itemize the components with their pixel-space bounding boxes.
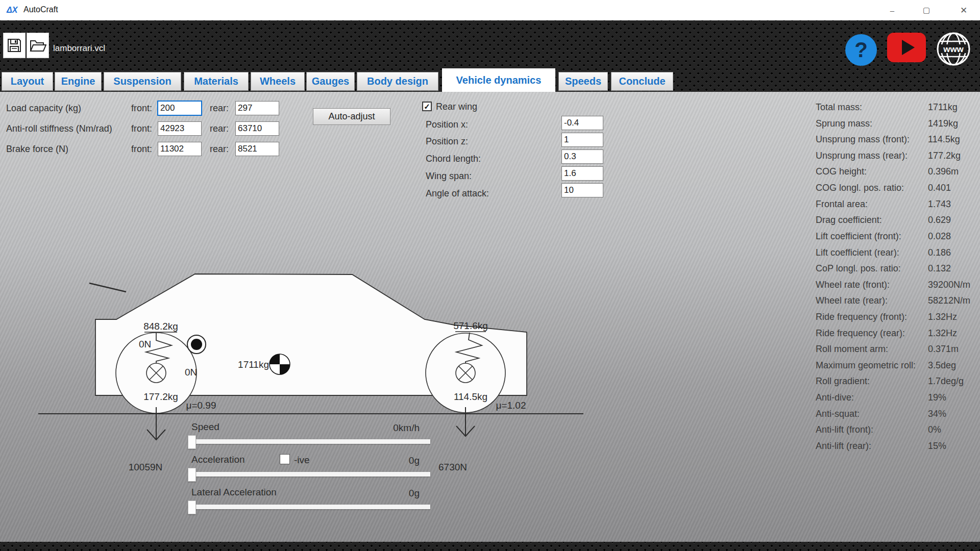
- stat-value: 1.7deg/g: [928, 376, 964, 387]
- front-sprung-mass-label: 571.6kg: [453, 320, 488, 331]
- stat-value: 1.32Hz: [928, 328, 957, 339]
- stat-label: Frontal area:: [816, 199, 868, 210]
- stat-value: 0.396m: [928, 166, 959, 177]
- stat-label: Lift coefficient (front):: [816, 231, 901, 242]
- stat-label: Anti-lift (rear):: [816, 441, 871, 452]
- stat-label: Lift coefficient (rear):: [816, 247, 899, 258]
- stat-label: Roll moment arm:: [816, 344, 888, 355]
- stat-value: 1.32Hz: [928, 312, 957, 322]
- negative-acceleration-label: -ive: [294, 455, 310, 466]
- maximize-button[interactable]: ▢: [918, 3, 935, 17]
- stat-row: Anti-lift (rear):15%: [816, 441, 979, 451]
- stat-row: Drag coefficient:0.629: [816, 215, 979, 225]
- stat-label: COG height:: [816, 166, 867, 177]
- bottom-trim: [0, 542, 980, 551]
- speed-value: 0km/h: [357, 422, 420, 434]
- stat-value: 15%: [928, 441, 946, 452]
- stat-label: Wheel rate (front):: [816, 280, 890, 290]
- acceleration-slider-label: Acceleration: [191, 454, 245, 465]
- stat-value: 1419kg: [928, 118, 958, 129]
- stat-row: Anti-dive:19%: [816, 392, 979, 403]
- stat-label: CoP longl. pos. ratio:: [816, 263, 901, 274]
- stat-label: Drag coefficient:: [816, 215, 882, 226]
- question-mark-icon: ?: [854, 38, 868, 62]
- rear-tyre-load-label: 10059N: [129, 462, 163, 472]
- stat-row: COG longl. pos. ratio:0.401: [816, 183, 979, 193]
- stat-value: 0.028: [928, 231, 951, 242]
- stat-value: 39200N/m: [928, 280, 970, 290]
- stat-value: 114.5kg: [928, 134, 960, 145]
- lateral-acceleration-slider-track[interactable]: [190, 505, 430, 509]
- stat-row: Roll moment arm:0.371m: [816, 344, 979, 354]
- stat-value: 177.2kg: [928, 151, 961, 161]
- stat-value: 19%: [928, 392, 946, 403]
- stat-value: 1.743: [928, 199, 951, 210]
- stat-row: Lift coefficient (rear):0.186: [816, 247, 979, 258]
- front-tyre-load-label: 6730N: [438, 462, 467, 472]
- stat-value: 0.629: [928, 215, 951, 226]
- negative-acceleration-checkbox[interactable]: [280, 454, 290, 464]
- stat-value: 0%: [928, 424, 941, 435]
- front-hub-icon: [456, 363, 475, 383]
- stat-value: 0.371m: [928, 344, 959, 355]
- mu-rear-label: μ=0.99: [186, 400, 216, 411]
- rear-hub-icon: [146, 363, 166, 383]
- mu-front-label: μ=1.02: [496, 400, 526, 411]
- play-icon: [902, 40, 915, 55]
- stat-row: Sprung mass:1419kg: [816, 118, 979, 129]
- stat-value: 0.401: [928, 183, 951, 193]
- stat-value: 34%: [928, 409, 946, 419]
- stat-row: Total mass:1711kg: [816, 102, 979, 112]
- stat-row: Maximum geometric roll:3.5deg: [816, 360, 979, 370]
- stat-label: Maximum geometric roll:: [816, 360, 916, 371]
- website-button[interactable]: www: [936, 31, 971, 67]
- lateral-acceleration-value: 0g: [357, 488, 420, 499]
- minimize-button[interactable]: –: [884, 3, 901, 17]
- stat-label: Total mass:: [816, 102, 862, 113]
- stat-value: 0.186: [928, 247, 951, 258]
- stat-label: COG longl. pos. ratio:: [816, 183, 904, 193]
- stat-row: Ride frequency (front):1.32Hz: [816, 312, 979, 322]
- acceleration-value: 0g: [357, 455, 420, 466]
- stat-value: 0.132: [928, 263, 951, 274]
- stat-row: Roll gradient:1.7deg/g: [816, 376, 979, 386]
- damper-force-lower-label: 0N: [185, 367, 197, 378]
- stat-label: Anti-dive:: [816, 392, 854, 403]
- stat-row: Unsprung mass (rear):177.2kg: [816, 151, 979, 161]
- stat-row: Frontal area:1.743: [816, 199, 979, 209]
- stat-value: 58212N/m: [928, 295, 970, 306]
- stat-label: Anti-squat:: [816, 409, 860, 419]
- stat-row: Wheel rate (front):39200N/m: [816, 280, 979, 290]
- stat-label: Sprung mass:: [816, 118, 872, 129]
- speed-slider-track[interactable]: [190, 439, 430, 444]
- tab-conclude[interactable]: Conclude: [611, 72, 673, 91]
- acceleration-slider-thumb[interactable]: [188, 468, 196, 482]
- stat-row: Anti-lift (front):0%: [816, 424, 979, 435]
- stat-row: COG height:0.396m: [816, 166, 979, 177]
- cog-symbol: [270, 354, 290, 374]
- stat-label: Wheel rate (rear):: [816, 295, 888, 306]
- globe-www-icon: www: [936, 31, 971, 67]
- close-button[interactable]: ✕: [955, 3, 972, 17]
- front-unsprung-mass-label: 114.5kg: [454, 391, 487, 402]
- stat-row: CoP longl. pos. ratio:0.132: [816, 263, 979, 273]
- speed-slider-thumb[interactable]: [188, 435, 196, 449]
- app-window: ΔX AutoCraft – ▢ ✕ lamborrari.vcl ?: [0, 0, 980, 551]
- help-button[interactable]: ?: [845, 34, 877, 66]
- speed-slider-label: Speed: [191, 421, 219, 433]
- stat-label: Roll gradient:: [816, 376, 870, 387]
- stat-row: Wheel rate (rear):58212N/m: [816, 295, 979, 306]
- stat-label: Unsprung mass (rear):: [816, 151, 908, 161]
- rear-sprung-mass-label: 848.2kg: [143, 321, 178, 332]
- vehicle-diagram: 848.2kg 571.6kg 0N 0N 177.2kg 114.5kg 17…: [0, 0, 612, 551]
- stat-label: Unsprung mass (front):: [816, 134, 910, 145]
- acceleration-slider-track[interactable]: [190, 472, 430, 477]
- stat-row: Unsprung mass (front):114.5kg: [816, 134, 979, 144]
- stat-label: Anti-lift (front):: [816, 424, 873, 435]
- total-mass-label: 1711kg: [238, 359, 269, 370]
- youtube-button[interactable]: [887, 33, 926, 62]
- stat-row: Ride frequency (rear):1.32Hz: [816, 328, 979, 338]
- rear-unsprung-mass-label: 177.2kg: [143, 391, 178, 402]
- lateral-acceleration-slider-label: Lateral Acceleration: [191, 487, 277, 498]
- lateral-acceleration-slider-thumb[interactable]: [188, 500, 196, 514]
